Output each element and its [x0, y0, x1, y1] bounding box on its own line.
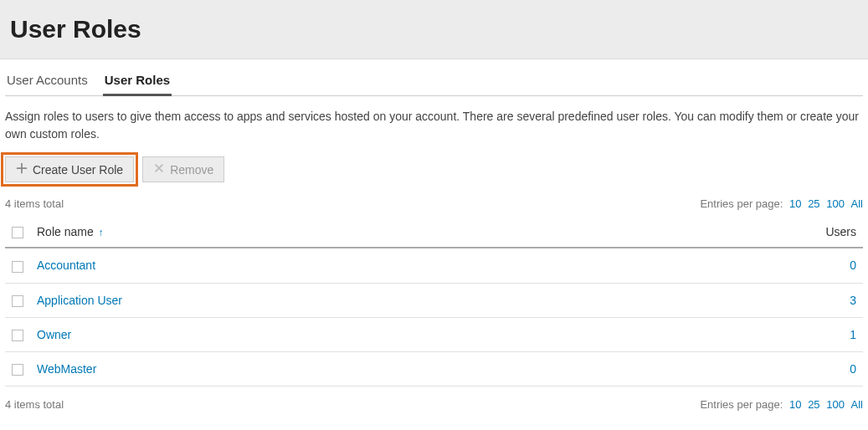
- select-all-checkbox[interactable]: [12, 227, 23, 238]
- entries-label: Entries per page:: [700, 197, 783, 210]
- entries-option-25[interactable]: 25: [808, 197, 819, 210]
- list-meta-top: 4 items total Entries per page: 10 25 10…: [5, 197, 863, 210]
- list-meta-bottom: 4 items total Entries per page: 10 25 10…: [5, 398, 863, 411]
- row-checkbox[interactable]: [12, 261, 23, 273]
- sort-asc-icon: ↑: [99, 227, 104, 238]
- entries-option-10[interactable]: 10: [789, 197, 801, 210]
- entries-option-100[interactable]: 100: [826, 398, 845, 411]
- entries-option-10[interactable]: 10: [789, 398, 801, 411]
- select-all-header: [5, 217, 30, 248]
- column-role-name[interactable]: Role name ↑: [30, 217, 606, 248]
- entries-per-page-top: Entries per page: 10 25 100 All: [700, 197, 863, 210]
- toolbar: Create User Role Remove: [5, 156, 863, 182]
- items-total-top: 4 items total: [5, 197, 64, 210]
- row-checkbox[interactable]: [12, 364, 23, 376]
- users-count-link[interactable]: 3: [850, 294, 856, 307]
- table-row: Application User 3: [5, 283, 863, 317]
- items-total-bottom: 4 items total: [5, 398, 64, 411]
- remove-icon: [153, 162, 165, 177]
- role-link[interactable]: Accountant: [37, 259, 95, 272]
- remove-label: Remove: [170, 163, 213, 177]
- row-checkbox[interactable]: [12, 330, 23, 341]
- column-users[interactable]: Users: [606, 217, 863, 248]
- tab-user-accounts[interactable]: User Accounts: [5, 69, 90, 96]
- entries-option-all[interactable]: All: [851, 398, 863, 411]
- create-user-role-button[interactable]: Create User Role: [5, 156, 134, 182]
- users-count-link[interactable]: 0: [850, 259, 856, 272]
- table-row: Accountant 0: [5, 248, 863, 283]
- role-link[interactable]: Application User: [37, 294, 122, 307]
- entries-option-100[interactable]: 100: [826, 197, 845, 210]
- page-description: Assign roles to users to give them acces…: [5, 108, 863, 143]
- row-checkbox[interactable]: [12, 295, 23, 307]
- plus-icon: [16, 162, 28, 177]
- page-header: User Roles: [0, 0, 868, 59]
- table-row: WebMaster 0: [5, 352, 863, 386]
- roles-table: Role name ↑ Users Accountant 0 Applicati…: [5, 217, 863, 386]
- entries-option-all[interactable]: All: [851, 197, 863, 210]
- tab-user-roles[interactable]: User Roles: [103, 69, 172, 96]
- table-row: Owner 1: [5, 317, 863, 351]
- users-count-link[interactable]: 0: [850, 362, 856, 376]
- table-header-row: Role name ↑ Users: [5, 217, 863, 248]
- role-link[interactable]: WebMaster: [37, 362, 96, 376]
- remove-button[interactable]: Remove: [142, 156, 224, 182]
- entries-option-25[interactable]: 25: [808, 398, 819, 411]
- page-title: User Roles: [10, 15, 858, 44]
- users-count-link[interactable]: 1: [850, 328, 856, 341]
- entries-label: Entries per page:: [700, 398, 783, 411]
- entries-per-page-bottom: Entries per page: 10 25 100 All: [700, 398, 863, 411]
- column-role-name-label: Role name: [37, 225, 94, 238]
- tabs: User Accounts User Roles: [5, 59, 863, 96]
- column-users-label: Users: [825, 225, 856, 238]
- role-link[interactable]: Owner: [37, 328, 71, 341]
- create-user-role-label: Create User Role: [33, 163, 123, 177]
